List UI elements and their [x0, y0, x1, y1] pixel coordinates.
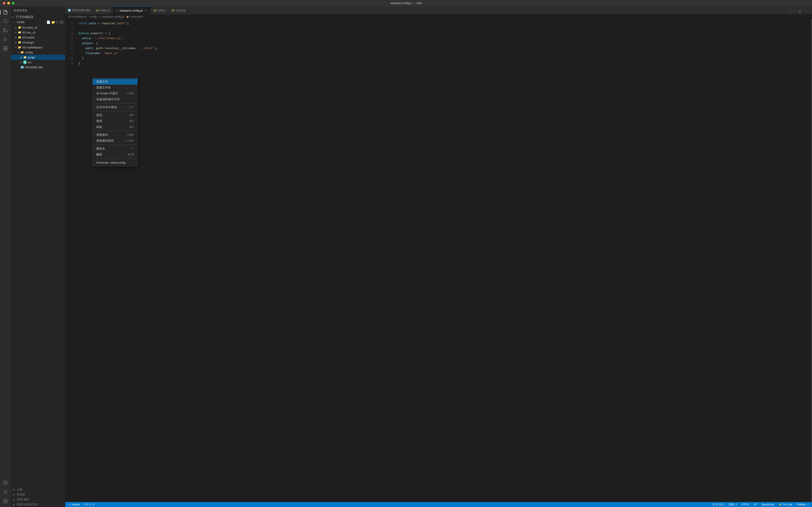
layout-icon[interactable]: ⊡ [797, 8, 803, 14]
svg-marker-6 [4, 38, 7, 42]
ellipsis-icon[interactable]: ··· [58, 8, 62, 13]
tree-item-readme[interactable]: M README.MD [11, 65, 65, 70]
readme-label: README.MD [25, 66, 43, 69]
sidebar-timeline[interactable]: 时间线 [11, 492, 65, 497]
activity-files[interactable] [1, 8, 9, 16]
generate-editorconfig-label: Generate .editorconfig [96, 161, 125, 164]
context-menu: 新建文件 新建文件夹 在 Finder 中显示 ⌥⌘R 在集成终端中打开 [92, 78, 138, 167]
tree-item-script[interactable]: 📁 script [11, 55, 65, 60]
separator-4 [93, 145, 138, 145]
svg-rect-7 [3, 46, 5, 48]
status-language[interactable]: JavaScript [760, 502, 775, 507]
new-folder-label: 新建文件夹 [96, 86, 111, 90]
maximize-button[interactable] [12, 2, 14, 5]
delete-shortcut: ⌘⌫ [127, 153, 134, 156]
tab-indexjs[interactable]: JS index.js [93, 6, 113, 14]
activity-run[interactable] [1, 35, 9, 44]
react-cli-chevron [14, 26, 17, 29]
status-git-branch[interactable]: ⎇ master [67, 502, 81, 507]
window-controls [3, 2, 14, 5]
activity-extensions[interactable] [1, 44, 9, 53]
tree-item-loader[interactable]: 📁 03.loader [11, 35, 65, 40]
more-actions-icon[interactable]: ··· [804, 8, 810, 14]
git-icon: ⎇ [68, 503, 71, 506]
context-menu-copy-path[interactable]: 复制路径 ⌥⌘C [93, 132, 138, 138]
code-line-7: filename: 'main.js' [79, 51, 798, 56]
tab-addjs[interactable]: JS add.js [151, 6, 168, 14]
readme-chevron [17, 66, 20, 69]
paste-label: 粘贴 [96, 125, 102, 129]
context-menu-find-in-folder[interactable]: 在文件夹中查找... ⌥⇧F [93, 104, 138, 110]
context-menu-delete[interactable]: 删除 ⌘⌫ [93, 152, 138, 158]
activity-settings[interactable] [1, 497, 9, 505]
context-menu-copy-relative-path[interactable]: 复制相对路径 ⌥⇧⌘C [93, 138, 138, 144]
activity-remote[interactable] [1, 479, 9, 487]
breadcrumb-config[interactable]: config [89, 15, 97, 18]
sidebar-npm[interactable]: NPM 脚本 [11, 497, 65, 502]
code-editor[interactable]: 1 2 3 4 5 6 7 8 9 const path = require('… [65, 19, 812, 502]
svg-point-13 [5, 500, 6, 502]
context-menu-rename[interactable]: 重命名 ↵ [93, 146, 138, 152]
line-num-7: 7 [65, 51, 73, 56]
mywebpack-label: 05.myWebpack [22, 46, 42, 49]
tab-readme[interactable]: M README.MD [65, 6, 93, 14]
open-terminal-label: 在集成终端中打开 [96, 97, 120, 101]
split-editor-icon[interactable]: ⋮⋮ [789, 8, 796, 14]
collapse-icon[interactable]: ⬛ [60, 20, 63, 24]
context-menu-new-folder[interactable]: 新建文件夹 [93, 84, 138, 91]
folder-icon-3: 📁 [18, 36, 21, 39]
line-num-8: 8 [65, 56, 73, 61]
tree-item-config[interactable]: 📂 config [11, 50, 65, 55]
activity-source-control[interactable] [1, 26, 9, 35]
tab-close-webpack[interactable]: × [144, 9, 148, 12]
tree-item-plugin[interactable]: 📁 04.plugin [11, 40, 65, 45]
explorer-section-header[interactable]: CODE 📄 📁 ↻ ⬛ [11, 19, 65, 25]
reveal-finder-shortcut: ⌥⌘R [126, 92, 134, 95]
breadcrumb-symbol[interactable]: <unknown> [130, 15, 144, 18]
minimize-button[interactable] [7, 2, 10, 5]
context-menu-reveal-finder[interactable]: 在 Finder 中显示 ⌥⌘R [93, 91, 138, 97]
status-spaces[interactable]: 空格: 2 [727, 502, 738, 507]
code-line-5: output: { [79, 41, 798, 46]
close-button[interactable] [3, 2, 5, 5]
context-menu-generate-editorconfig[interactable]: Generate .editorconfig [93, 160, 138, 165]
status-live-server[interactable]: ⚡ Go Live [777, 502, 793, 507]
sidebar-dependencies[interactable]: DEPENDENCIES [11, 502, 65, 507]
script-folder-icon: 📁 [23, 55, 27, 59]
rename-label: 重命名 [96, 147, 105, 151]
context-menu-cut[interactable]: 剪切 ⌘X [93, 112, 138, 118]
context-menu-paste[interactable]: 粘贴 ⌘V [93, 124, 138, 130]
tab-countjs[interactable]: JS count.js [168, 6, 189, 14]
sidebar-outline[interactable]: 大纲 [11, 487, 65, 492]
status-position[interactable]: 行 9, 列 2 [711, 502, 725, 507]
breadcrumb-file[interactable]: webpack.config.js [103, 15, 124, 18]
addjs-tab-icon: JS [153, 9, 156, 12]
paste-shortcut: ⌘V [130, 125, 134, 128]
activity-account[interactable] [1, 488, 9, 496]
status-encoding[interactable]: UTF-8 [741, 502, 750, 507]
new-folder-icon[interactable]: 📁 [51, 20, 55, 24]
open-editors-section[interactable]: 打开的编辑器 [11, 14, 65, 19]
tree-item-react-cli[interactable]: 📁 01.react_cli [11, 25, 65, 30]
tree-item-mywebpack[interactable]: 📂 05.myWebpack [11, 45, 65, 50]
plugin-label: 04.plugin [22, 41, 34, 44]
refresh-icon[interactable]: ↻ [56, 20, 59, 24]
tree-item-src[interactable]: S src [11, 60, 65, 65]
tree-item-vue-cli[interactable]: 📁 02.vue_cli [11, 30, 65, 35]
context-menu-open-terminal[interactable]: 在集成终端中打开 [93, 97, 138, 102]
new-file-icon[interactable]: 📄 [46, 20, 50, 24]
context-menu-copy[interactable]: 复制 ⌘C [93, 118, 138, 124]
code-content[interactable]: const path = require('path'); module.exp… [77, 19, 798, 502]
line-num-5: 5 [65, 41, 73, 46]
tab-webpackconfig[interactable]: ⬡ webpack.config.js × [113, 6, 151, 14]
activity-search[interactable] [1, 17, 9, 25]
breadcrumb: 05.myWebpack › config › ⬡ webpack.config… [65, 14, 812, 19]
status-errors[interactable]: ✕ 0 ⚠ 0 [83, 502, 95, 507]
context-menu-new-file[interactable]: 新建文件 [93, 79, 138, 84]
warning-icon: ⚠ [89, 503, 92, 506]
breadcrumb-mywebpack[interactable]: 05.myWebpack [68, 15, 87, 18]
status-prettier[interactable]: Prettier: ✓ [796, 502, 810, 507]
activity-bar [0, 6, 11, 507]
status-line-ending[interactable]: LF [753, 502, 758, 507]
activity-bar-bottom [1, 479, 9, 507]
